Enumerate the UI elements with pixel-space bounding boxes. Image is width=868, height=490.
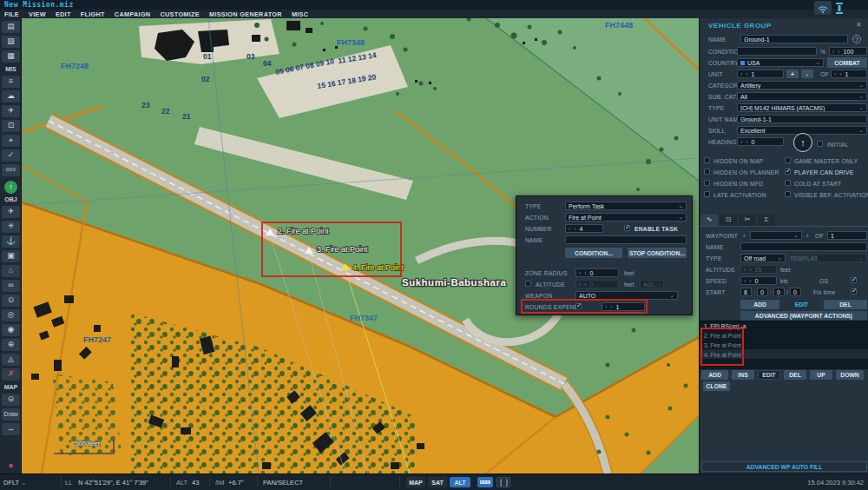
save-mission-icon[interactable]: ▦: [2, 50, 20, 63]
group-name-input[interactable]: Ground-1: [740, 35, 848, 43]
ruler-icon[interactable]: ↔: [2, 423, 20, 435]
unit-plus-button[interactable]: +: [786, 70, 799, 78]
condition-input[interactable]: [737, 47, 817, 56]
gs-checkbox[interactable]: [851, 277, 857, 283]
task-type-dropdown[interactable]: Perform Task: [565, 202, 687, 210]
template-shapes-icon[interactable]: ◬: [2, 354, 20, 366]
convoy-icon[interactable]: ∞: [2, 280, 20, 292]
category-dropdown[interactable]: Artillery: [737, 81, 867, 89]
list-ins-button[interactable]: INS: [732, 370, 754, 380]
menu-flight[interactable]: FLIGHT: [81, 10, 105, 18]
condition-button[interactable]: CONDITION...: [565, 248, 622, 258]
start-seconds-field[interactable]: 0: [773, 288, 785, 296]
delete-icon[interactable]: ✗: [2, 368, 20, 381]
briefing-room-button[interactable]: [834, 2, 845, 18]
list-down-button[interactable]: DOWN: [836, 370, 864, 380]
new-mission-icon[interactable]: ▤: [2, 21, 20, 33]
goals-check-icon[interactable]: ✓: [2, 149, 20, 162]
list-add-button[interactable]: ADD: [701, 370, 728, 380]
stop-condition-button[interactable]: STOP CONDITION...: [628, 248, 687, 258]
wp-name-input[interactable]: [740, 242, 867, 251]
player-can-drive-checkbox[interactable]: [785, 169, 791, 175]
waypoint-next-button[interactable]: ›: [804, 231, 812, 240]
template-dropdown[interactable]: [817, 254, 867, 262]
link-icon[interactable]: ⊙: [2, 295, 20, 307]
add-ship-icon[interactable]: ⚓: [2, 235, 20, 248]
unit-total-stepper[interactable]: 1: [831, 70, 867, 78]
menu-edit[interactable]: EDIT: [56, 10, 71, 18]
heading-compass[interactable]: ↑: [793, 133, 812, 152]
list-up-button[interactable]: UP: [810, 370, 832, 380]
weapon-dropdown[interactable]: AUTO: [575, 291, 678, 300]
type-dropdown[interactable]: [CH] M142 HIMARS (ATACMS): [737, 103, 867, 112]
sat-layer-button[interactable]: SAT: [428, 477, 447, 487]
target-icon[interactable]: ⌖: [2, 135, 20, 147]
tab-scissors[interactable]: ✂: [739, 215, 756, 226]
cold-at-start-checkbox[interactable]: [785, 180, 791, 186]
wp-speed-stepper[interactable]: 0: [740, 276, 777, 285]
unit-minus-button[interactable]: -: [801, 70, 813, 78]
draw-button[interactable]: Draw: [2, 408, 20, 420]
action-item-4[interactable]: 4. Fire at Point: [704, 352, 741, 358]
multiplayer-button[interactable]: [814, 1, 832, 15]
menu-mission-generator[interactable]: MISSION GENERATOR: [209, 10, 282, 18]
open-mission-icon[interactable]: ▨: [2, 36, 20, 48]
heading-stepper[interactable]: 0: [737, 137, 784, 146]
disc-icon[interactable]: ⊕: [2, 339, 20, 351]
menu-file[interactable]: FILE: [4, 10, 19, 18]
add-vehicle-icon[interactable]: ▣: [2, 250, 20, 262]
zone-a-icon[interactable]: ◎: [2, 309, 20, 321]
unit-name-input[interactable]: Ground-1-1: [737, 115, 867, 123]
spawn-icon[interactable]: ↑: [4, 181, 17, 194]
help-button[interactable]: ?: [852, 35, 861, 43]
wp-add-button[interactable]: ADD: [740, 300, 779, 309]
counter-icon[interactable]: 000: [2, 164, 20, 176]
waypoint-dropdown[interactable]: [750, 231, 802, 240]
coord-format-selector[interactable]: DFLT ⌄: [3, 479, 26, 487]
briefing-icon[interactable]: ≡: [2, 76, 20, 88]
hidden-on-mfd-checkbox[interactable]: [704, 180, 710, 186]
condition-stepper[interactable]: 100: [829, 47, 867, 56]
altitude-checkbox[interactable]: [525, 281, 531, 287]
late-activation-checkbox[interactable]: [704, 191, 710, 197]
combat-button[interactable]: COMBAT: [827, 57, 867, 68]
advanced-wp-auto-fill-button[interactable]: ADVANCED WP AUTO FILL: [701, 461, 867, 472]
hidden-on-planner-checkbox[interactable]: [704, 169, 710, 175]
list-edit-button[interactable]: EDIT: [758, 370, 780, 380]
rounds-expend-checkbox[interactable]: [575, 303, 582, 309]
hidden-on-map-checkbox[interactable]: [704, 157, 710, 163]
aircraft-routes-icon[interactable]: ✈: [2, 105, 20, 117]
tab-sum[interactable]: Σ: [758, 215, 775, 226]
clone-button[interactable]: CLONE: [703, 381, 730, 391]
trigger-zone-icon[interactable]: ⊡: [2, 120, 20, 132]
roads-toggle-button[interactable]: [477, 477, 493, 487]
task-name-input[interactable]: [565, 235, 687, 244]
tab-frame[interactable]: ⊡: [720, 215, 737, 226]
advanced-waypoint-actions-button[interactable]: ADVANCED (WAYPOINT ACTIONS): [740, 311, 867, 321]
start-minutes-field[interactable]: 0: [757, 288, 768, 296]
zone-b-icon[interactable]: ◉: [2, 324, 20, 336]
record-icon[interactable]: ●: [2, 460, 20, 472]
subcat-dropdown[interactable]: All: [737, 92, 867, 101]
waypoint-prev-button[interactable]: ‹: [740, 231, 748, 240]
start-day-field[interactable]: 0: [790, 288, 801, 296]
unit-count-stepper[interactable]: 1: [737, 70, 784, 78]
game-master-only-checkbox[interactable]: [785, 157, 791, 163]
altitude-stepper[interactable]: 0: [575, 280, 619, 288]
wp-del-button[interactable]: DEL: [824, 300, 867, 309]
rounds-expend-stepper[interactable]: 1: [602, 302, 645, 311]
task-action-dropdown[interactable]: Fire at Point: [565, 213, 687, 222]
wp-type-dropdown[interactable]: Off road: [740, 254, 786, 262]
waypoint-count-field[interactable]: 1: [827, 231, 867, 240]
action-item-1[interactable]: 1. EPLRS(on) -a: [704, 323, 746, 329]
action-item-3[interactable]: 3. Fire at Point: [704, 342, 741, 348]
tab-route[interactable]: ∿: [700, 215, 718, 226]
list-del-button[interactable]: DEL: [784, 370, 806, 380]
action-item-2[interactable]: 2. Fire at Point: [704, 333, 741, 339]
task-number-stepper[interactable]: 4: [565, 224, 603, 233]
menu-misc[interactable]: MISC: [292, 10, 308, 18]
f ix-time-checkbox[interactable]: [851, 288, 857, 295]
grid-toggle-button[interactable]: [496, 477, 510, 487]
menu-campaign[interactable]: CAMPAIGN: [115, 10, 151, 18]
menu-customize[interactable]: CUSTOMIZE: [160, 10, 200, 18]
